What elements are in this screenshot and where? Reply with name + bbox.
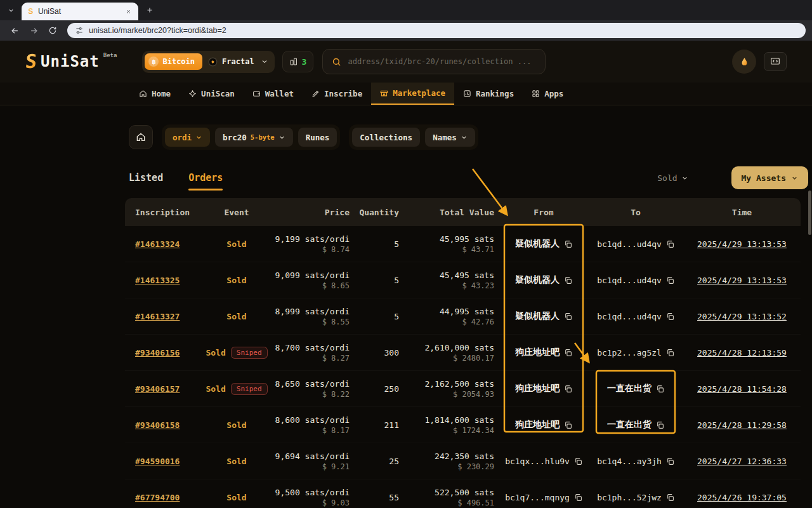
forward-button[interactable] [25, 22, 42, 39]
collections-label: Collections [360, 133, 412, 142]
browser-tab[interactable]: S UniSat [22, 3, 138, 20]
pending-blocks-button[interactable]: 3 [282, 51, 314, 72]
fractal-icon [207, 57, 218, 67]
total-sats: 45,495 sats [404, 271, 494, 280]
time-link[interactable]: 2025/4/26 19:37:05 [697, 493, 787, 502]
event-label: Sold [206, 384, 225, 394]
back-button[interactable] [6, 22, 23, 39]
tab-orders[interactable]: Orders [188, 172, 223, 184]
total-usd: $ 2480.17 [404, 354, 494, 363]
time-link[interactable]: 2025/4/29 13:13:53 [697, 276, 787, 285]
price-usd: $ 8.27 [272, 354, 350, 363]
price-sats: 8,700 sats/ordi [272, 343, 350, 352]
inscription-link[interactable]: #14613327 [135, 312, 180, 321]
network-chevron-down-icon[interactable] [259, 58, 272, 65]
to-address: bc1qd...ud4qv [597, 312, 662, 321]
quantity-value: 211 [355, 420, 404, 430]
logo-text: UniSat [41, 51, 100, 72]
nav-item-uniscan[interactable]: UniScan [180, 83, 244, 105]
time-link[interactable]: 2025/4/28 12:13:59 [697, 348, 787, 358]
global-search[interactable] [322, 49, 546, 74]
copy-icon[interactable] [564, 385, 572, 393]
copy-icon[interactable] [574, 457, 582, 465]
time-link[interactable]: 2025/4/29 13:13:53 [697, 239, 787, 249]
inscription-link[interactable]: #67794700 [135, 493, 180, 502]
copy-icon[interactable] [666, 349, 674, 357]
nav-item-inscribe[interactable]: Inscribe [303, 83, 371, 105]
table-body: #14613324 Sold 9,199 sats/ordi $ 8.74 5 … [125, 226, 801, 508]
brc20-dropdown[interactable]: brc20 5-byte [215, 128, 293, 147]
nav-item-home[interactable]: Home [130, 83, 180, 105]
time-link[interactable]: 2025/4/28 11:29:58 [697, 420, 787, 430]
nav-item-apps[interactable]: Apps [523, 83, 572, 105]
plus-icon [146, 6, 154, 14]
price-sats: 9,099 sats/ordi [272, 271, 350, 280]
nav-item-wallet[interactable]: Wallet [244, 83, 303, 105]
copy-icon[interactable] [564, 421, 572, 429]
market-home-button[interactable] [129, 125, 153, 149]
copy-icon[interactable] [666, 276, 674, 284]
my-assets-button[interactable]: My Assets [731, 166, 808, 189]
to-address: bc1q4...ay3jh [597, 457, 662, 466]
nav-item-rankings[interactable]: Rankings [454, 83, 523, 105]
collections-button[interactable]: Collections [352, 128, 420, 147]
event-label: Sold [226, 493, 246, 502]
market-tabs-row: Listed Orders Sold My Assets [129, 166, 808, 189]
copy-icon[interactable] [564, 312, 572, 321]
tab-listed[interactable]: Listed [129, 172, 163, 184]
tab-close-icon[interactable] [123, 6, 133, 17]
total-usd: $ 230.29 [404, 462, 494, 471]
copy-icon[interactable] [656, 421, 664, 429]
network-fractal-button[interactable]: Fractal [202, 53, 259, 70]
runes-button[interactable]: Runes [298, 128, 337, 147]
inscription-link[interactable]: #14613325 [135, 276, 180, 285]
event-label: Sold [226, 239, 246, 249]
copy-icon[interactable] [574, 493, 582, 502]
copy-icon[interactable] [666, 312, 674, 321]
inscription-link[interactable]: #93406158 [135, 420, 180, 430]
copy-icon[interactable] [666, 493, 674, 502]
time-link[interactable]: 2025/4/29 13:13:52 [697, 312, 787, 321]
copy-icon[interactable] [564, 349, 572, 357]
copy-icon[interactable] [666, 457, 674, 465]
api-console-button[interactable] [764, 52, 787, 71]
copy-icon[interactable] [564, 240, 572, 248]
inscription-link[interactable]: #94590016 [135, 457, 180, 466]
price-usd: $ 8.17 [272, 426, 350, 435]
brc20-5byte-badge: 5-byte [251, 133, 275, 141]
names-dropdown[interactable]: Names [425, 128, 475, 147]
chevron-down-icon [680, 175, 692, 182]
url-bar[interactable]: unisat.io/market/brc20?tick=ordi&tab=2 [67, 23, 806, 38]
copy-icon[interactable] [666, 240, 674, 248]
event-label: Sold [226, 276, 246, 285]
copy-icon[interactable] [656, 385, 664, 393]
time-link[interactable]: 2025/4/27 12:36:33 [697, 457, 787, 466]
quantity-value: 250 [355, 384, 404, 394]
sold-filter-dropdown[interactable]: Sold [657, 173, 691, 183]
column-header-inscription: Inscription [125, 208, 201, 217]
site-settings-icon[interactable] [75, 26, 84, 35]
search-icon [332, 57, 341, 67]
new-tab-button[interactable] [142, 3, 157, 18]
page-scrollbar-thumb[interactable] [808, 190, 811, 235]
total-sats: 45,995 sats [404, 234, 494, 244]
from-address: 狗庄地址吧 [515, 419, 560, 431]
total-sats: 522,500 sats [404, 488, 494, 497]
rewards-drop-button[interactable] [732, 50, 756, 74]
tick-dropdown[interactable]: ordi [165, 128, 210, 147]
nav-item-marketplace[interactable]: Marketplace [371, 83, 454, 105]
inscription-link[interactable]: #14613324 [135, 239, 180, 249]
copy-icon[interactable] [564, 276, 572, 284]
names-label: Names [433, 133, 457, 142]
network-bitcoin-button[interactable]: ฿ Bitcoin [145, 53, 202, 70]
table-row: #67794700 Sold 9,500 sats/ordi $ 9.03 55… [125, 479, 801, 508]
inscription-link[interactable]: #93406157 [135, 384, 180, 394]
search-input[interactable] [348, 57, 536, 66]
column-header-time: Time [683, 208, 801, 217]
tab-search-button[interactable] [4, 3, 18, 17]
time-link[interactable]: 2025/4/28 11:54:28 [697, 384, 787, 394]
unisat-logo[interactable]: S UniSat Beta [25, 51, 117, 72]
price-usd: $ 8.55 [272, 318, 350, 326]
inscription-link[interactable]: #93406156 [135, 348, 180, 358]
reload-button[interactable] [44, 22, 61, 39]
